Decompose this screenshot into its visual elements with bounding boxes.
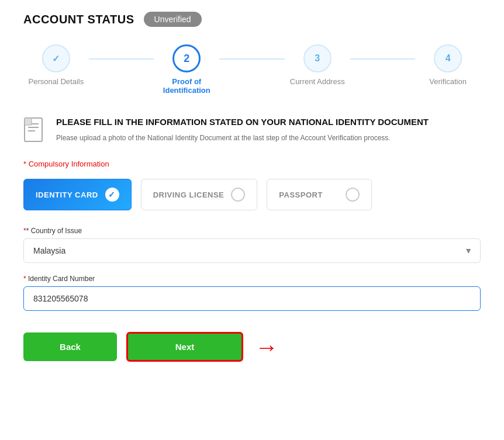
passport-radio — [346, 188, 360, 202]
button-row: Back Next → — [23, 332, 481, 362]
passport-button[interactable]: PASSPORT — [267, 179, 372, 210]
next-button[interactable]: Next — [126, 332, 243, 362]
step-label-1: Personal Details — [29, 77, 84, 86]
identity-card-button[interactable]: IDENTITY CARD ✓ — [23, 179, 132, 210]
step-connector-2 — [219, 58, 285, 60]
arrow-right-icon: → — [255, 335, 278, 359]
back-button[interactable]: Back — [23, 332, 117, 361]
step-label-3: Current Address — [290, 77, 345, 86]
step-connector-1 — [89, 58, 154, 60]
id-number-label-text: Identity Card Number — [26, 275, 95, 283]
step-1: ✓ Personal Details — [23, 44, 89, 86]
id-number-field-group: * Identity Card Number — [23, 275, 481, 311]
passport-label: PASSPORT — [279, 190, 323, 199]
country-field-group: ** Country of Issue Malaysia Singapore I… — [23, 227, 481, 263]
svg-rect-4 — [25, 118, 32, 125]
step-circle-1: ✓ — [42, 44, 70, 72]
account-status-title: ACCOUNT STATUS — [23, 13, 134, 26]
step-3: 3 Current Address — [285, 44, 350, 86]
step-label-2: Proof of Identification — [154, 77, 219, 95]
document-type-selection: IDENTITY CARD ✓ DRIVING LICENSE PASSPORT — [23, 179, 481, 210]
country-select[interactable]: Malaysia Singapore Indonesia Thailand Ph… — [23, 238, 481, 263]
step-circle-2: 2 — [172, 44, 201, 72]
info-title: PLEASE FILL IN THE INFORMATION STATED ON… — [56, 116, 429, 128]
document-icon — [23, 117, 47, 148]
stepper: ✓ Personal Details 2 Proof of Identifica… — [23, 44, 481, 95]
compulsory-label: * Compulsory Information — [23, 160, 481, 168]
info-subtitle: Please upload a photo of the National Id… — [56, 133, 429, 143]
step-label-4: Verification — [429, 77, 467, 86]
country-label-text: * Country of Issue — [26, 227, 82, 235]
status-badge: Unverified — [144, 12, 202, 27]
next-button-wrapper: Next → — [126, 332, 278, 362]
driving-license-radio — [231, 188, 245, 202]
driving-license-button[interactable]: DRIVING LICENSE — [141, 179, 258, 210]
compulsory-text: Compulsory Information — [26, 160, 109, 168]
step-connector-3 — [350, 58, 416, 60]
info-section: PLEASE FILL IN THE INFORMATION STATED ON… — [23, 116, 481, 148]
info-text: PLEASE FILL IN THE INFORMATION STATED ON… — [56, 116, 429, 143]
identity-card-label: IDENTITY CARD — [36, 190, 98, 199]
driving-license-label: DRIVING LICENSE — [153, 190, 225, 199]
step-4: 4 Verification — [415, 44, 481, 86]
id-number-label: * Identity Card Number — [23, 275, 481, 283]
account-status-header: ACCOUNT STATUS Unverified — [23, 12, 481, 27]
id-number-input[interactable] — [23, 286, 481, 311]
country-select-wrapper: Malaysia Singapore Indonesia Thailand Ph… — [23, 238, 481, 263]
country-label: ** Country of Issue — [23, 227, 481, 235]
check-icon: ✓ — [108, 190, 116, 199]
identity-card-radio: ✓ — [105, 188, 119, 202]
step-circle-3: 3 — [303, 44, 332, 72]
step-circle-4: 4 — [434, 44, 462, 72]
step-2: 2 Proof of Identification — [154, 44, 219, 95]
